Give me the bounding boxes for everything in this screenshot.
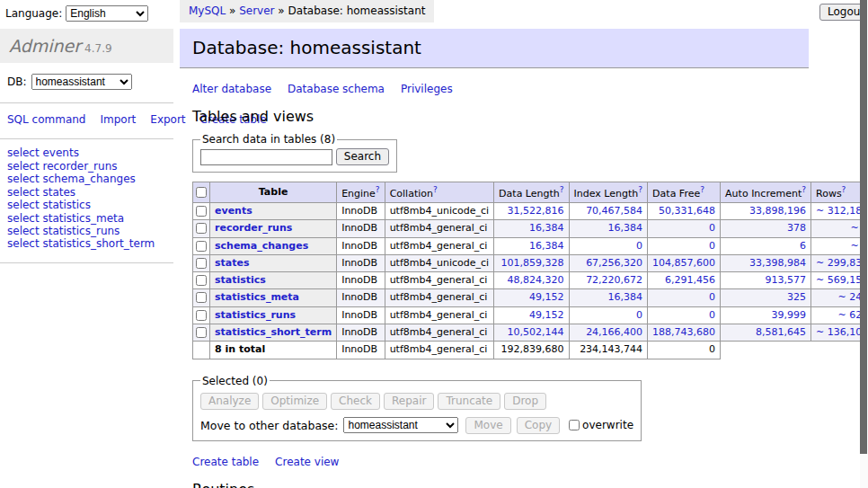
data-free-link[interactable]: 0: [709, 309, 715, 321]
table-link-schema-changes[interactable]: schema_changes: [215, 240, 308, 252]
auto-increment-link[interactable]: 39,999: [772, 309, 807, 321]
help-link-collation[interactable]: ?: [433, 185, 438, 194]
total-data-free-cell: 0: [648, 342, 721, 359]
sidebar-select-statistics-runs[interactable]: select statistics_runs: [7, 226, 166, 237]
index-length-link[interactable]: 16,384: [608, 291, 643, 303]
data-free-link[interactable]: 0: [709, 222, 715, 234]
search-input[interactable]: [200, 149, 332, 165]
data-free-link[interactable]: 6,291,456: [665, 274, 715, 286]
create-link-create-table[interactable]: Create table: [192, 456, 259, 468]
auto-increment-link[interactable]: 6: [800, 240, 806, 252]
auto-increment-link[interactable]: 33,398,984: [749, 257, 806, 269]
index-length-link[interactable]: 16,384: [608, 222, 643, 234]
auto-increment-link[interactable]: 33,898,196: [749, 205, 806, 217]
sidebar-select-events[interactable]: select events: [7, 147, 166, 159]
column-header-data-length: Data Length?: [494, 182, 569, 203]
data-free-link[interactable]: 0: [709, 240, 715, 252]
table-link-states[interactable]: states: [215, 257, 250, 269]
table-link-statistics-short-term[interactable]: statistics_short_term: [215, 326, 332, 338]
help-link-engine[interactable]: ?: [376, 185, 380, 194]
row-checkbox-statistics-runs[interactable]: [196, 310, 207, 321]
sidebar-select-states[interactable]: select states: [7, 187, 166, 199]
data-length-link[interactable]: 101,859,328: [501, 257, 564, 269]
breadcrumb: MySQL » Server » Database: homeassistant: [180, 0, 434, 22]
data-free-link[interactable]: 50,331,648: [659, 205, 715, 217]
data-length-link[interactable]: 16,384: [529, 240, 564, 252]
index-length-link[interactable]: 0: [636, 309, 642, 321]
index-length-link[interactable]: 0: [636, 240, 642, 252]
selected-fieldset: Selected (0) AnalyzeOptimizeCheckRepairT…: [192, 375, 642, 441]
db-link-alter-database[interactable]: Alter database: [192, 83, 271, 95]
scrollbar-thumb[interactable]: [860, 0, 867, 454]
row-checkbox-states[interactable]: [196, 258, 207, 269]
db-link-privileges[interactable]: Privileges: [401, 83, 453, 95]
row-checkbox-events[interactable]: [196, 206, 207, 217]
table-link-events[interactable]: events: [215, 205, 252, 217]
search-button[interactable]: Search: [336, 148, 389, 165]
create-link-create-view[interactable]: Create view: [275, 456, 339, 468]
data-free-cell: 0: [648, 237, 721, 254]
data-free-link[interactable]: 104,857,600: [652, 257, 715, 269]
index-length-link[interactable]: 70,467,584: [586, 205, 642, 217]
sidebar-action-import[interactable]: Import: [100, 113, 136, 126]
collation-cell: utf8mb4_unicode_ci: [385, 254, 493, 271]
db-link-database-schema[interactable]: Database schema: [288, 83, 385, 95]
tables-table-body: eventsInnoDButf8mb4_unicode_ci31,522,816…: [193, 202, 868, 359]
auto-increment-link[interactable]: 325: [787, 291, 806, 303]
language-select[interactable]: English: [66, 5, 148, 22]
row-checkbox-cell: [193, 324, 210, 342]
sidebar-actions: SQL commandImportExportCreate table: [0, 103, 173, 139]
total-label-cell: 8 in total: [210, 342, 337, 359]
breadcrumb-server[interactable]: Server: [239, 4, 274, 17]
sidebar-action-sql-command[interactable]: SQL command: [7, 113, 85, 126]
data-free-link[interactable]: 188,743,680: [652, 326, 715, 338]
help-link-rows[interactable]: ?: [842, 185, 846, 194]
row-checkbox-statistics-meta[interactable]: [196, 292, 207, 303]
data-free-cell: 0: [648, 306, 721, 324]
row-checkbox-schema-changes[interactable]: [196, 241, 207, 252]
auto-increment-link[interactable]: 913,577: [766, 274, 807, 286]
overwrite-checkbox[interactable]: [569, 420, 580, 430]
auto-increment-link[interactable]: 8,581,645: [756, 326, 806, 338]
data-length-link[interactable]: 49,152: [529, 291, 564, 303]
table-link-statistics-runs[interactable]: statistics_runs: [215, 309, 296, 321]
data-length-link[interactable]: 10,502,144: [508, 326, 564, 338]
sidebar-select-schema-changes[interactable]: select schema_changes: [7, 173, 166, 185]
database-links: Alter databaseDatabase schemaPrivileges: [192, 83, 809, 95]
column-header-engine: Engine?: [337, 182, 385, 203]
index-length-link[interactable]: 67,256,320: [586, 257, 642, 269]
select-all-checkbox[interactable]: [196, 187, 207, 198]
data-length-link[interactable]: 49,152: [529, 309, 564, 321]
sidebar-select-recorder-runs[interactable]: select recorder_runs: [7, 161, 166, 173]
help-link-auto-increment[interactable]: ?: [802, 185, 806, 194]
row-checkbox-statistics-short-term[interactable]: [196, 327, 207, 338]
total-data-length-cell: 192,839,680: [494, 342, 569, 359]
column-header-label: Engine: [341, 188, 376, 200]
sidebar-select-statistics[interactable]: select statistics: [7, 200, 166, 211]
index-length-link[interactable]: 24,166,400: [586, 326, 642, 338]
table-link-statistics-meta[interactable]: statistics_meta: [215, 291, 299, 303]
data-length-link[interactable]: 48,824,320: [508, 274, 564, 286]
sidebar-select-statistics-meta[interactable]: select statistics_meta: [7, 213, 166, 225]
row-checkbox-recorder-runs[interactable]: [196, 223, 207, 234]
table-header-row: TableEngine?Collation?Data Length?Index …: [193, 182, 868, 203]
help-link-data-length[interactable]: ?: [560, 185, 564, 194]
move-db-select[interactable]: homeassistant: [343, 417, 458, 433]
data-free-link[interactable]: 0: [709, 291, 715, 303]
help-link-index-length[interactable]: ?: [638, 185, 642, 194]
sidebar-select-statistics-short-term[interactable]: select statistics_short_term: [7, 238, 166, 250]
breadcrumb-mysql[interactable]: MySQL: [189, 4, 226, 17]
help-link-data-free[interactable]: ?: [700, 185, 704, 194]
table-link-recorder-runs[interactable]: recorder_runs: [215, 222, 292, 234]
index-length-link[interactable]: 72,220,672: [586, 274, 642, 286]
table-link-statistics[interactable]: statistics: [215, 274, 266, 286]
create-links: Create tableCreate view: [192, 456, 809, 468]
auto-increment-link[interactable]: 378: [787, 222, 806, 234]
table-name-cell: recorder_runs: [210, 220, 337, 237]
sidebar-table-links: select eventsselect recorder_runsselect …: [0, 139, 173, 263]
data-length-link[interactable]: 31,522,816: [508, 205, 564, 217]
auto-increment-cell: 33,898,196: [721, 202, 811, 219]
db-select[interactable]: homeassistant: [31, 74, 132, 90]
data-length-link[interactable]: 16,384: [529, 222, 564, 234]
row-checkbox-statistics[interactable]: [196, 275, 207, 286]
